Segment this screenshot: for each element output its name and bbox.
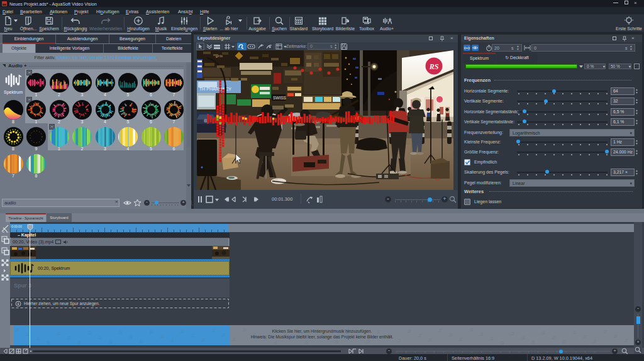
svg-text:RS: RS: [429, 62, 439, 71]
svg-text:TH PHARMACY: TH PHARMACY: [199, 87, 231, 91]
svg-text:SWISS: SWISS: [273, 96, 287, 100]
